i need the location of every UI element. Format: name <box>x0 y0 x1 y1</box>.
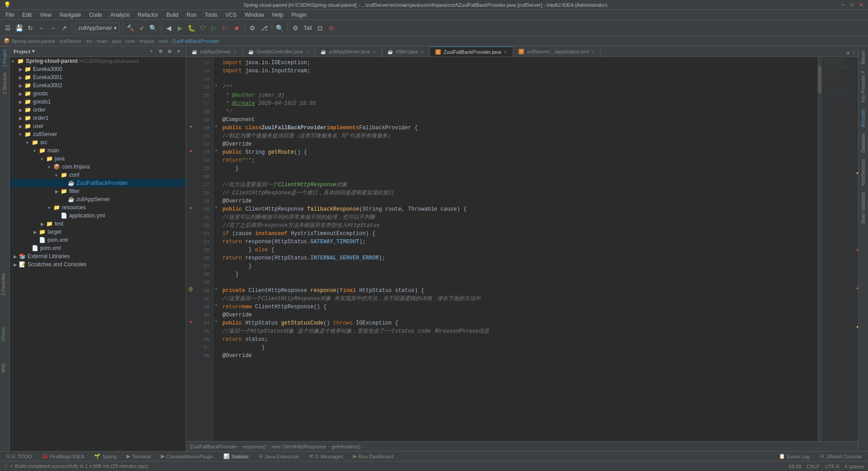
fold-12[interactable] <box>213 57 219 65</box>
gutter-43[interactable] <box>187 309 194 317</box>
gutter-17[interactable] <box>187 98 194 106</box>
breadcrumb-item-1[interactable]: zullServer <box>59 38 81 44</box>
line-ending[interactable]: CRLF <box>807 464 820 469</box>
tree-item-zuulfallback[interactable]: ▶ ☕ ZuulFallBackProvider <box>10 179 186 187</box>
toolbar-find-button[interactable]: 🔍 <box>275 23 285 33</box>
breadcrumb-getheaders[interactable]: getHeaders() <box>331 444 360 449</box>
fold-42[interactable]: ▾ <box>213 301 219 309</box>
fold-32[interactable] <box>213 220 219 228</box>
gutter-20[interactable]: ● <box>187 122 194 130</box>
tree-item-external[interactable]: ▶ 📚 External Libraries <box>10 252 186 260</box>
breadcrumb-item-0[interactable]: Spring-cloud-parent <box>11 38 55 44</box>
tab-close-icon[interactable]: ✕ <box>233 49 237 54</box>
gutter-27[interactable] <box>187 179 194 187</box>
tree-item-src[interactable]: ▾ 📁 src <box>10 138 186 146</box>
panel-favorites[interactable]: 2:Favorites <box>0 271 7 297</box>
toolbar-profiler-button[interactable]: ⚙ <box>248 23 258 33</box>
tree-item-user[interactable]: ▶ 📁 user <box>10 122 186 130</box>
toolbar-run-back-button[interactable]: ◀ <box>164 23 174 33</box>
menu-view[interactable]: View <box>36 11 55 19</box>
gutter-21[interactable] <box>187 130 194 138</box>
breadcrumb-item-2[interactable]: src <box>86 38 93 44</box>
breadcrumb-item-4[interactable]: java <box>112 38 121 44</box>
breadcrumb-item-3[interactable]: main <box>97 38 108 44</box>
tab-close-icon[interactable]: ✕ <box>591 49 595 54</box>
gutter-38[interactable] <box>187 268 194 277</box>
gutter-46[interactable] <box>187 334 194 342</box>
breadcrumb-item-7[interactable]: conf <box>158 38 168 44</box>
tab-zuulfallback[interactable]: Z ZuulFallBackProvider.java ✕ <box>430 47 513 57</box>
tree-item-target[interactable]: ▶ 📁 target <box>10 228 186 236</box>
tree-item-comfmjava[interactable]: ▾ 📦 com.fmjava <box>10 163 186 171</box>
toolbar-menu-button[interactable]: ☰ <box>3 23 13 33</box>
panel-web[interactable]: Web <box>0 362 7 374</box>
tab-zullappserver[interactable]: ☕ zullAppServer ✕ <box>186 47 243 57</box>
gutter-41[interactable] <box>187 293 194 301</box>
cursor-position[interactable]: 69:28 <box>789 464 802 469</box>
tab-zullappserver2[interactable]: ☕ zullAppServer.java ✕ <box>315 47 382 57</box>
tree-item-scratches[interactable]: ▶ 📝 Scratches and Consoles <box>10 260 186 268</box>
menu-vcs[interactable]: VCS <box>222 11 241 19</box>
fold-13[interactable] <box>213 65 219 73</box>
toolbar-cursor-button[interactable]: ↗ <box>59 23 69 33</box>
tab-application[interactable]: Y zullServer\...\application.yml ✕ <box>513 47 601 57</box>
tree-item-zullappserver[interactable]: ▶ ☕ zullAppServer <box>10 195 186 203</box>
gutter-44[interactable]: ● <box>187 317 194 325</box>
toolbar-project-dropdown[interactable]: zullAppServer ▾ <box>75 23 120 33</box>
gutter-37[interactable] <box>187 260 194 268</box>
code-content[interactable]: import java.io.IOException; import java.… <box>219 57 817 441</box>
menu-navigate[interactable]: Navigate <box>56 11 85 19</box>
breadcrumb-item-6[interactable]: fmjava <box>139 38 154 44</box>
tab-todo[interactable]: ⊟ 6: TODO <box>2 452 37 461</box>
tree-item-order1[interactable]: ▶ 📁 order1 <box>10 114 186 122</box>
toolbar-check-button[interactable]: ✓ <box>137 23 147 33</box>
tab-eventlog[interactable]: 📋 Event Log <box>774 452 814 461</box>
gutter-33[interactable] <box>187 228 194 236</box>
gutter-42[interactable] <box>187 301 194 309</box>
toolbar-block-button[interactable]: ⊘ <box>326 23 336 33</box>
menu-tools[interactable]: Tools <box>201 11 221 19</box>
fold-41[interactable] <box>213 293 219 301</box>
tab-messages[interactable]: ✉ 0: Messages <box>305 452 348 461</box>
project-settings-button[interactable]: ⚙ <box>157 48 164 55</box>
panel-database[interactable]: Database <box>860 131 867 155</box>
toolbar-sync-button[interactable]: ↻ <box>25 23 35 33</box>
gutter-24[interactable] <box>187 155 194 163</box>
tree-item-java[interactable]: ▾ 📁 java <box>10 155 186 163</box>
breadcrumb-item-5[interactable]: com <box>126 38 135 44</box>
fold-47[interactable] <box>213 342 219 350</box>
tree-item-pom-zull[interactable]: ▶ 📄 pom.xml <box>10 236 186 244</box>
fold-45[interactable] <box>213 325 219 334</box>
tree-item-goods1[interactable]: ▶ 📁 goods1 <box>10 98 186 106</box>
tab-javaenterprise[interactable]: ⊞ Java Enterprise <box>254 452 303 461</box>
toolbar-settings-button[interactable]: ⚙ <box>291 23 301 33</box>
tree-item-resources[interactable]: ▾ 📁 resources <box>10 203 186 212</box>
toolbar-stop-button[interactable]: ■ <box>232 23 242 33</box>
toolbar-debug-button[interactable]: 🐛 <box>187 23 197 33</box>
gutter-15[interactable] <box>187 81 194 89</box>
toolbar-forward-button[interactable]: → <box>48 23 58 33</box>
gutter-34[interactable] <box>187 236 194 244</box>
fold-23[interactable]: ▾ <box>213 146 219 155</box>
fold-35[interactable] <box>213 244 219 252</box>
tree-item-order[interactable]: ▶ 📁 order <box>10 106 186 114</box>
menu-analyze[interactable]: Analyze <box>107 11 133 19</box>
gutter-22[interactable] <box>187 138 194 146</box>
fold-16[interactable] <box>213 89 219 98</box>
panel-project[interactable]: 1:Project <box>1 46 8 69</box>
fold-21[interactable] <box>213 130 219 138</box>
maximize-button[interactable]: □ <box>849 2 855 8</box>
toolbar-search-button[interactable]: 🔍 <box>148 23 158 33</box>
gutter-16[interactable] <box>187 89 194 98</box>
gutter-31[interactable] <box>187 212 194 220</box>
fold-30[interactable]: ▾ <box>213 203 219 212</box>
menu-file[interactable]: File <box>2 11 18 19</box>
close-button[interactable]: ✕ <box>858 2 864 8</box>
tab-terminal[interactable]: ▶ Terminal <box>122 452 156 461</box>
tree-item-conf[interactable]: ▾ 📁 conf <box>10 171 186 179</box>
fold-22[interactable] <box>213 138 219 146</box>
gutter-47[interactable] <box>187 342 194 350</box>
fold-17[interactable] <box>213 98 219 106</box>
panel-maven[interactable]: Maven <box>860 48 867 67</box>
fold-25[interactable] <box>213 163 219 171</box>
